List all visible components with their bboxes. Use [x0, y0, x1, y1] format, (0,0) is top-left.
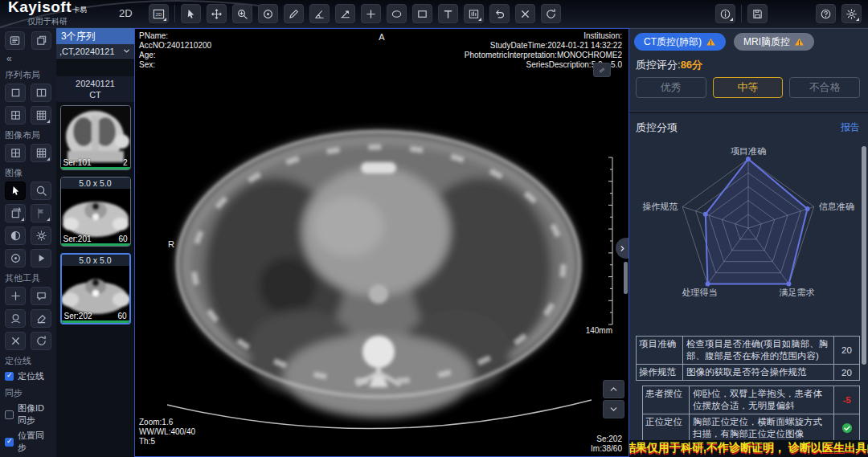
- magnify-tool-button[interactable]: [31, 182, 51, 200]
- grade-medium-button[interactable]: 中等: [713, 77, 784, 98]
- cursor-icon: [10, 185, 22, 197]
- link-icon: [599, 65, 605, 75]
- panel-scrollbar-thumb[interactable]: [862, 146, 866, 365]
- cobb-angle-icon: [339, 8, 351, 20]
- item-name: 正位定位: [643, 414, 690, 442]
- tab-label: MRI脑质控: [743, 35, 790, 49]
- grade-excellent-button[interactable]: 优秀: [636, 77, 706, 98]
- layout-3x3-button[interactable]: [31, 106, 51, 124]
- select-tool-button[interactable]: [5, 182, 26, 200]
- top-toolbar: Kayisoft卡易 仅用于科研 2D: [0, 0, 868, 28]
- sync-position-checkbox[interactable]: 位置同步: [5, 430, 51, 454]
- image-layout-2x2-button[interactable]: [5, 144, 26, 162]
- save-button[interactable]: [747, 4, 768, 23]
- cross-marker-button[interactable]: [361, 4, 381, 23]
- probe-tool-button[interactable]: [258, 4, 278, 23]
- report-panel-button[interactable]: [31, 31, 51, 50]
- invert-icon: [10, 230, 22, 242]
- crosshair-button[interactable]: [5, 287, 26, 305]
- layout-1x1-button[interactable]: [5, 84, 26, 102]
- table-row: 操作规范 图像的获取是否符合操作规范 20: [637, 364, 859, 380]
- annotation-bubble-button[interactable]: [31, 287, 51, 305]
- layout-2x2-button[interactable]: [5, 106, 26, 124]
- delete-annotation-button[interactable]: [515, 4, 535, 23]
- grade-buttons: 优秀 中等 不合格: [636, 77, 860, 98]
- image-layout-3x3-button[interactable]: [31, 144, 51, 162]
- section-image: 图像: [5, 167, 51, 179]
- checkbox-icon[interactable]: [5, 438, 14, 447]
- app-logo: Kayisoft卡易 仅用于科研: [8, 1, 87, 27]
- target-button[interactable]: [5, 249, 26, 267]
- study-select[interactable]: ,CT,20240121: [56, 44, 134, 59]
- series-thumbnail-201[interactable]: 5.0 x 5.0 Ser:20160: [60, 177, 131, 247]
- sun-icon: [35, 230, 47, 242]
- cine-flag-button[interactable]: [31, 204, 51, 222]
- layout-3x3-icon: [35, 109, 47, 121]
- scroll-down-button[interactable]: [603, 400, 624, 418]
- help-button[interactable]: [816, 4, 836, 23]
- scroll-up-button[interactable]: [603, 380, 624, 398]
- reset-button[interactable]: [31, 332, 51, 350]
- series-info-overlay: Se:202 Im:38/60: [591, 435, 622, 454]
- report-link[interactable]: 报告: [841, 120, 860, 134]
- reset-view-button[interactable]: [541, 4, 561, 23]
- undo-button[interactable]: [489, 4, 510, 23]
- item-score: 20: [833, 337, 859, 364]
- layout-1x2-button[interactable]: [31, 84, 51, 102]
- settings-button[interactable]: [841, 4, 862, 23]
- checkbox-label: 图像ID同步: [18, 402, 51, 426]
- cross-icon: [365, 8, 377, 20]
- checkbox-icon[interactable]: [5, 372, 14, 381]
- study-modality: CT: [56, 89, 134, 100]
- series-list-button[interactable]: [5, 31, 25, 50]
- text-annotation-button[interactable]: [438, 4, 458, 23]
- tab-mri-brain-qc[interactable]: MRI脑质控: [734, 33, 814, 51]
- gear-icon: [845, 8, 858, 20]
- help-icon: [820, 8, 832, 20]
- zoom-tool-button[interactable]: [232, 4, 252, 23]
- probe-icon: [262, 8, 274, 20]
- brand-text: Kayisoft: [8, 0, 72, 15]
- cine-play-button[interactable]: [31, 249, 51, 267]
- info-button[interactable]: [715, 4, 735, 23]
- check-circle-icon: [841, 422, 853, 434]
- image-count: 2: [123, 158, 128, 167]
- stack-scrollbar-thumb[interactable]: [624, 262, 628, 294]
- select-tool-button[interactable]: [181, 4, 201, 23]
- brightness-button[interactable]: [31, 226, 51, 245]
- collapse-sidebar-button[interactable]: «: [6, 53, 51, 64]
- draw-tool-button[interactable]: [284, 4, 304, 23]
- angle-tool-button[interactable]: [309, 4, 330, 23]
- right-tool-group: [816, 4, 862, 23]
- close-icon: [519, 8, 531, 20]
- delete-button[interactable]: [5, 332, 26, 350]
- rotate-crop-icon: [10, 207, 22, 219]
- table-row: 患者摆位 仰卧位，双臂上举抱头，患者体位摆放合适，无明显偏斜 -5: [643, 386, 859, 414]
- rotate-crop-button[interactable]: [5, 204, 26, 222]
- series-thumbnail-101[interactable]: Ser:1012: [60, 105, 131, 170]
- image-viewport[interactable]: PName: AccNO:2401210200 Age: Sex: Instit…: [134, 28, 629, 457]
- undo-icon: [493, 8, 506, 20]
- series-thumbnail-202[interactable]: 5.0 x 5.0 Ser:20260: [60, 253, 131, 324]
- table-row: 正位定位 胸部正位定位，横断面螺旋方式扫描，有胸部正位定位图像: [643, 414, 859, 442]
- ellipse-roi-button[interactable]: [387, 4, 407, 23]
- eraser-button[interactable]: [31, 309, 51, 328]
- capture-2d-button[interactable]: [149, 4, 169, 23]
- invert-button[interactable]: [5, 226, 26, 245]
- window-preset-button[interactable]: [464, 4, 484, 23]
- other-tools: [5, 287, 51, 350]
- grade-fail-button[interactable]: 不合格: [789, 77, 860, 98]
- link-series-button[interactable]: [593, 63, 611, 77]
- scout-line-checkbox[interactable]: 定位线: [5, 370, 51, 382]
- rect-roi-button[interactable]: [412, 4, 432, 23]
- item-desc: 检查项目是否准确(项目如脑部、胸部、腹部是否在标准的范围内容): [683, 337, 833, 364]
- sync-image-id-checkbox[interactable]: 图像ID同步: [5, 402, 51, 426]
- cobb-angle-tool-button[interactable]: [335, 4, 355, 23]
- pan-tool-button[interactable]: [207, 4, 227, 23]
- study-datetime-label: StudyDateTime:2024-01-21 14:32:22: [465, 41, 622, 51]
- section-image-layout: 图像布局: [5, 129, 51, 141]
- item-desc: 胸部正位定位，横断面螺旋方式扫描，有胸部正位定位图像: [690, 414, 833, 442]
- tab-ct-lung-qc[interactable]: CT质控(肺部): [634, 33, 726, 51]
- checkbox-icon[interactable]: [5, 410, 14, 419]
- roi-stamp-button[interactable]: [5, 309, 26, 328]
